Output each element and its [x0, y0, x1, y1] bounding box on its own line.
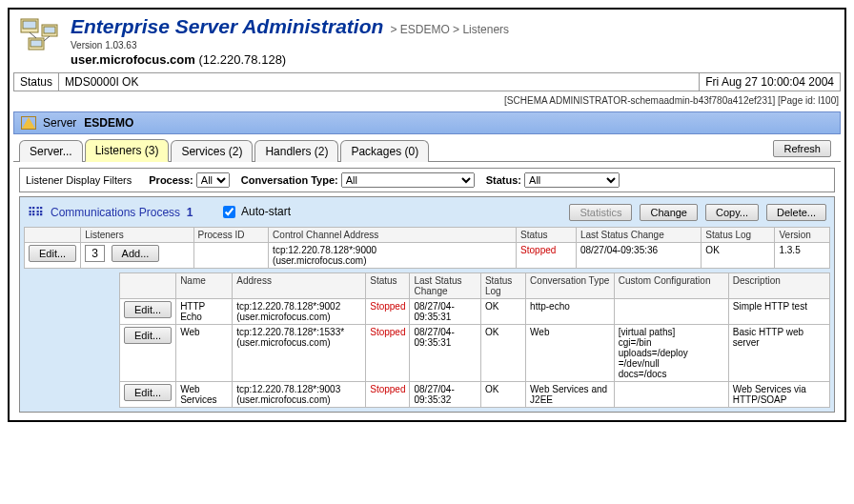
cca-line2: (user.microfocus.com): [273, 255, 512, 266]
page-title: Enterprise Server Administration: [71, 15, 383, 37]
listener-status: Stopped: [370, 384, 405, 394]
listener-addr2: (user.microfocus.com): [236, 312, 361, 322]
app-icon: [17, 15, 63, 57]
edit-listener-button[interactable]: Edit...: [124, 327, 172, 344]
edit-listener-button[interactable]: Edit...: [124, 301, 172, 318]
host-ip: (12.220.78.128): [198, 52, 286, 67]
listener-desc: Web Services via HTTP/SOAP: [728, 382, 829, 408]
svg-line-7: [44, 36, 50, 41]
icol-cfg: Custom Configuration: [614, 273, 728, 299]
col-cca: Control Channel Address: [269, 228, 517, 243]
listener-cfg: [virtual paths] cgi=/bin uploads=/deploy…: [614, 325, 728, 382]
listener-slog: OK: [480, 382, 525, 408]
delete-button[interactable]: Delete...: [766, 204, 826, 221]
refresh-button[interactable]: Refresh: [773, 140, 831, 157]
listener-addr1: tcp:12.220.78.128*:9002: [236, 301, 361, 312]
statistics-button[interactable]: Statistics: [569, 204, 632, 221]
listener-addr1: tcp:12.220.78.128*:1533*: [236, 327, 361, 337]
tab-services[interactable]: Services (2): [171, 140, 253, 162]
cca-line1: tcp:12.220.78.128*:9000: [273, 245, 512, 255]
listener-addr2: (user.microfocus.com): [236, 394, 361, 405]
listener-row: Edit...HTTP Echotcp:12.220.78.128*:9002(…: [120, 299, 830, 325]
col-slog: Status Log: [702, 228, 775, 243]
svg-line-6: [30, 32, 36, 38]
listener-name: Web Services: [176, 382, 233, 408]
status-timestamp: Fri Aug 27 10:00:04 2004: [700, 73, 840, 91]
tab-server[interactable]: Server...: [19, 140, 83, 162]
listener-addr2: (user.microfocus.com): [236, 337, 361, 348]
col-lsc: Last Status Change: [576, 228, 701, 243]
page-id-info: [SCHEMA ADMINISTRATOR-schemaadmin-b43f78…: [15, 95, 839, 106]
process-version: 1.3.5: [775, 243, 830, 269]
process-slog: OK: [702, 243, 775, 269]
icol-conv: Conversation Type: [526, 273, 615, 299]
col-process-id: Process ID: [193, 228, 269, 243]
process-status: Stopped: [520, 245, 556, 255]
listener-name: HTTP Echo: [176, 299, 233, 325]
listener-lsc: 08/27/04-09:35:31: [410, 299, 480, 325]
process-row: Edit... 3 Add... tcp:12.220.78.128*:9000…: [25, 243, 830, 269]
listener-conv: Web Services and J2EE: [526, 382, 615, 408]
comm-title: Communications Process: [51, 206, 180, 219]
edit-listener-button[interactable]: Edit...: [124, 384, 172, 401]
col-listeners: Listeners: [81, 228, 193, 243]
change-button[interactable]: Change: [640, 204, 698, 221]
listener-cfg: [614, 299, 728, 325]
listener-slog: OK: [480, 299, 525, 325]
auto-start-label: Auto-start: [241, 205, 291, 218]
conv-filter-label: Conversation Type:: [241, 174, 338, 186]
add-listener-button[interactable]: Add...: [112, 245, 160, 262]
server-name: ESDEMO: [84, 116, 133, 130]
process-id-cell: [193, 243, 269, 269]
status-label: Status: [14, 73, 59, 91]
listener-desc: Simple HTTP test: [728, 299, 829, 325]
edit-process-button[interactable]: Edit...: [29, 245, 76, 262]
listener-desc: Basic HTTP web server: [728, 325, 829, 382]
icol-status: Status: [366, 273, 410, 299]
filter-title: Listener Display Filters: [26, 174, 132, 186]
process-lsc: 08/27/04-09:35:36: [576, 243, 701, 269]
process-filter-select[interactable]: All: [196, 172, 230, 188]
server-label: Server: [43, 116, 76, 130]
process-filter-label: Process:: [149, 174, 193, 186]
copy-button[interactable]: Copy...: [705, 204, 759, 221]
listener-cfg: [614, 382, 728, 408]
listener-lsc: 08/27/04-09:35:31: [410, 325, 480, 382]
warning-triangle-icon: [22, 117, 35, 129]
listener-count: 3: [85, 245, 105, 262]
listener-conv: Web: [526, 325, 615, 382]
tab-packages[interactable]: Packages (0): [340, 140, 429, 162]
status-filter-select[interactable]: All: [524, 172, 620, 188]
listener-row: Edit...Web Servicestcp:12.220.78.128*:90…: [120, 382, 830, 408]
svg-rect-1: [23, 21, 36, 29]
listener-row: Edit...Webtcp:12.220.78.128*:1533*(user.…: [120, 325, 830, 382]
version-text: Version 1.03.63: [71, 40, 509, 50]
listener-status: Stopped: [370, 327, 405, 337]
svg-rect-5: [30, 40, 42, 47]
listener-slog: OK: [480, 325, 525, 382]
auto-start-checkbox[interactable]: [223, 206, 235, 218]
col-status: Status: [517, 228, 577, 243]
icol-slog: Status Log: [480, 273, 525, 299]
breadcrumb: > ESDEMO > Listeners: [390, 23, 509, 36]
tab-handlers[interactable]: Handlers (2): [254, 140, 338, 162]
col-version: Version: [775, 228, 830, 243]
listener-status: Stopped: [370, 301, 405, 312]
conv-filter-select[interactable]: All: [341, 172, 475, 188]
listener-conv: http-echo: [526, 299, 615, 325]
svg-rect-3: [44, 27, 55, 33]
status-value: MDS0000I OK: [59, 73, 700, 91]
icol-desc: Description: [728, 273, 829, 299]
comm-number: 1: [187, 206, 193, 219]
icol-lsc: Last Status Change: [410, 273, 480, 299]
hostname: user.microfocus.com: [71, 52, 195, 67]
listener-lsc: 08/27/04-09:35:32: [410, 382, 480, 408]
listener-name: Web: [176, 325, 233, 382]
icol-name: Name: [176, 273, 233, 299]
tab-listeners[interactable]: Listeners (3): [85, 139, 170, 162]
listener-addr1: tcp:12.220.78.128*:9003: [236, 384, 361, 394]
icol-address: Address: [233, 273, 366, 299]
status-filter-label: Status:: [486, 174, 521, 186]
comm-process-icon: ⠿⠿: [28, 206, 43, 219]
